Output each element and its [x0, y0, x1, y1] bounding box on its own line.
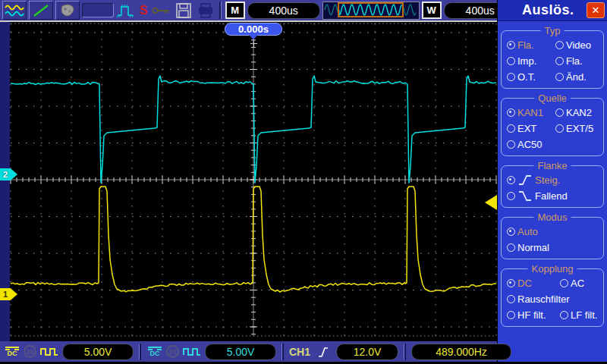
radio-icon: [507, 108, 515, 117]
ch2-volts-per-div: 5.00V: [205, 344, 276, 360]
trigger-position-tag[interactable]: 0.000s: [225, 23, 282, 36]
menu-title: Auslös.: [522, 2, 574, 18]
statusbar-separator: [281, 344, 284, 360]
option-typ-flanke[interactable]: Fla.: [507, 39, 555, 51]
ch2-squarewave-icon: [182, 344, 202, 359]
option-label: EXT: [517, 123, 536, 134]
radio-icon: [507, 73, 515, 81]
diagonal-line-icon: [31, 2, 51, 18]
option-typ-flanke2[interactable]: Fla.: [555, 55, 602, 67]
stop-indicator: S: [138, 4, 149, 17]
option-label: Steig.: [535, 174, 560, 186]
option-kopplung-rauschfilter[interactable]: Rauschfilter: [507, 293, 602, 305]
pan-tool-button[interactable]: [55, 1, 80, 20]
rising-edge-icon: [517, 174, 533, 186]
section-modus: Modus Auto Normal: [501, 217, 604, 259]
trigger-frequency-readout: 489.000Hz: [411, 344, 511, 360]
radio-icon: [555, 41, 564, 49]
menu-title-bar: Auslös.: [498, 0, 607, 21]
main-timebase-value: 400us: [247, 2, 320, 19]
radio-icon: [507, 228, 515, 236]
option-kopplung-lf-filter[interactable]: LF filt.: [560, 309, 602, 321]
ch2-coupling-icon[interactable]: DC: [146, 347, 163, 357]
option-label: Rauschfilter: [517, 293, 570, 305]
trigger-edge-icon: [313, 344, 333, 359]
option-label: KAN2: [566, 107, 592, 118]
option-label: Normal: [517, 242, 549, 253]
option-kopplung-hf-filter[interactable]: HF filt.: [507, 309, 560, 321]
radio-icon: [555, 73, 564, 81]
trigger-level-value: 12.0V: [336, 344, 398, 360]
radio-icon: [560, 311, 568, 319]
toolbar-separator: [219, 2, 222, 19]
option-flanke-fallend[interactable]: Fallend: [507, 190, 602, 202]
radio-icon: [507, 192, 515, 200]
pulse-trigger-icon[interactable]: [116, 2, 136, 18]
print-icon[interactable]: [196, 2, 215, 18]
option-label: Imp.: [517, 55, 536, 67]
window-timebase-badge: W: [422, 2, 442, 19]
key-lock-icon[interactable]: [152, 2, 171, 18]
option-label: AC50: [517, 139, 543, 150]
radio-icon: [555, 124, 564, 133]
statusbar-separator: [139, 344, 141, 360]
section-typ-title: Typ: [541, 25, 565, 36]
option-quelle-kan2[interactable]: KAN2: [555, 107, 602, 118]
option-label: Fallend: [535, 190, 568, 202]
radio-icon: [507, 295, 515, 303]
section-kopplung: Kopplung DC AC Rauschfilter HF filt.: [501, 268, 604, 327]
ch2-bandwidth-limit-icon[interactable]: 20: [166, 345, 179, 358]
option-typ-impuls[interactable]: Imp.: [507, 55, 555, 67]
option-quelle-ext[interactable]: EXT: [507, 123, 555, 134]
save-floppy-icon[interactable]: [174, 2, 193, 18]
trigger-menu-panel: Auslös. Typ Fla. Video Imp.: [497, 0, 607, 362]
section-quelle: Quelle KAN1 KAN2 EXT EXT/5: [501, 98, 604, 156]
option-flanke-steigend[interactable]: Steig.: [507, 174, 602, 186]
option-label: HF filt.: [517, 309, 546, 321]
option-typ-video[interactable]: Video: [555, 39, 602, 51]
graticule-and-traces: [0, 22, 498, 341]
option-label: AC: [571, 278, 584, 289]
ch1-bandwidth-limit-icon[interactable]: 20: [24, 345, 36, 358]
option-kopplung-dc[interactable]: DC: [507, 278, 560, 289]
falling-edge-icon: [517, 190, 533, 202]
trigger-position-cross-icon: [250, 40, 257, 47]
ch1-coupling-label: DC: [8, 350, 17, 357]
radio-icon: [560, 279, 568, 287]
section-typ: Typ Fla. Video Imp. Fla.: [501, 30, 604, 89]
ch1-volts-per-div: 5.00V: [62, 344, 134, 360]
option-label: O.T.: [517, 71, 536, 83]
option-kopplung-ac[interactable]: AC: [560, 278, 602, 289]
option-label: LF filt.: [571, 309, 597, 321]
status-bar: DC 20 5.00V DC 20 5.00V CH1 12.0V: [0, 341, 497, 362]
waveform-preview[interactable]: [322, 2, 420, 20]
option-quelle-kan1[interactable]: KAN1: [507, 107, 555, 118]
blob-icon: [58, 2, 77, 18]
option-typ-ot[interactable]: O.T.: [507, 71, 555, 83]
ch1-coupling-icon[interactable]: DC: [4, 347, 20, 357]
option-label: Änd.: [566, 71, 587, 83]
oscilloscope-screen: S M 400us W 400us: [0, 0, 607, 364]
option-label: Fla.: [566, 55, 583, 67]
waveform-preview-thumbnail: [323, 2, 417, 17]
ch2-coupling-label: DC: [150, 350, 160, 357]
section-flanke-title: Flanke: [533, 160, 571, 171]
waveform-display: 2 1 0.000s: [0, 22, 498, 341]
toolbar-empty-field[interactable]: [82, 3, 114, 17]
section-flanke: Flanke Steig.: [501, 165, 604, 208]
option-typ-aend[interactable]: Änd.: [555, 71, 602, 83]
radio-icon: [507, 140, 515, 149]
option-quelle-ac50[interactable]: AC50: [507, 139, 602, 150]
option-quelle-ext5[interactable]: EXT/5: [555, 123, 602, 134]
cursor-line-button[interactable]: [29, 1, 53, 20]
option-label: EXT/5: [566, 123, 593, 134]
option-modus-normal[interactable]: Normal: [507, 242, 602, 253]
option-modus-auto[interactable]: Auto: [507, 226, 602, 237]
radio-icon: [507, 176, 515, 184]
close-icon[interactable]: [587, 2, 605, 18]
statusbar-separator: [404, 344, 406, 360]
radio-icon: [507, 57, 515, 65]
section-quelle-title: Quelle: [534, 93, 571, 104]
channel-waves-button[interactable]: [2, 1, 27, 20]
option-label: DC: [517, 278, 532, 289]
